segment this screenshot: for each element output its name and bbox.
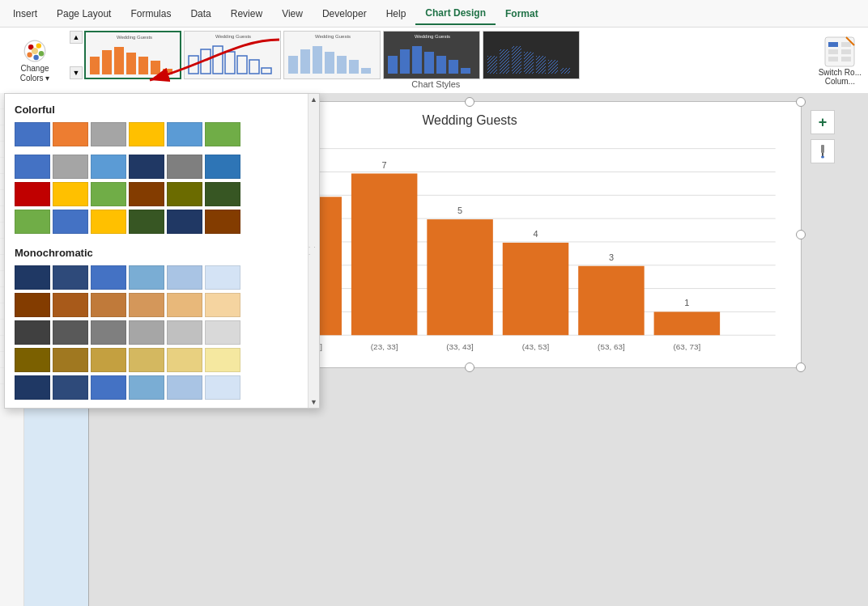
- svg-text:(43, 53]: (43, 53]: [522, 342, 550, 351]
- change-colors-button[interactable]: ChangeColors ▾: [6, 32, 63, 89]
- tab-review[interactable]: Review: [221, 3, 272, 24]
- color-swatch[interactable]: [15, 320, 50, 345]
- tab-insert[interactable]: Insert: [3, 3, 47, 24]
- colorful-row-2: [5, 153, 319, 180]
- color-swatch[interactable]: [205, 122, 240, 146]
- selection-handle-br[interactable]: [796, 362, 806, 372]
- color-swatch[interactable]: [205, 375, 240, 400]
- scroll-up-arrow[interactable]: ▲: [310, 95, 317, 104]
- color-swatch[interactable]: [205, 155, 240, 179]
- tab-developer[interactable]: Developer: [313, 3, 377, 24]
- color-swatch[interactable]: [129, 348, 164, 372]
- color-swatch[interactable]: [205, 182, 240, 206]
- color-swatch[interactable]: [91, 320, 126, 345]
- svg-rect-31: [361, 68, 371, 74]
- color-swatch[interactable]: [53, 265, 88, 290]
- color-swatch[interactable]: [15, 210, 50, 234]
- svg-rect-53: [841, 42, 851, 47]
- color-swatch[interactable]: [53, 348, 88, 372]
- tab-format[interactable]: Format: [496, 3, 548, 24]
- color-swatch[interactable]: [53, 210, 88, 234]
- color-swatch[interactable]: [205, 320, 240, 345]
- color-swatch[interactable]: [129, 182, 164, 206]
- color-swatch[interactable]: [129, 210, 164, 234]
- selection-handle-tr[interactable]: [796, 97, 806, 107]
- color-swatch[interactable]: [15, 155, 50, 179]
- color-swatch[interactable]: [167, 155, 202, 179]
- color-swatch[interactable]: [91, 265, 126, 290]
- color-swatch[interactable]: [91, 210, 126, 234]
- svg-text:(63, 73]: (63, 73]: [674, 342, 701, 351]
- color-swatch[interactable]: [129, 265, 164, 290]
- color-swatch[interactable]: [205, 265, 240, 290]
- svg-rect-35: [400, 49, 410, 74]
- chart-styles-scroll-down[interactable]: ▼: [70, 66, 83, 79]
- svg-rect-46: [536, 56, 546, 74]
- tab-formulas[interactable]: Formulas: [121, 3, 181, 24]
- chart-style-thumb-2[interactable]: Wedding Guests: [184, 31, 281, 79]
- color-swatch[interactable]: [91, 182, 126, 206]
- color-swatch[interactable]: [205, 348, 240, 372]
- color-swatch[interactable]: [53, 122, 88, 146]
- selection-handle-bc[interactable]: [465, 362, 474, 372]
- color-swatch[interactable]: [91, 375, 126, 400]
- svg-rect-25: [288, 56, 298, 74]
- svg-text:Wedding Guests: Wedding Guests: [117, 35, 152, 40]
- color-swatch[interactable]: [167, 320, 202, 345]
- color-swatch[interactable]: [91, 122, 126, 146]
- color-swatch[interactable]: [15, 293, 50, 317]
- color-swatch[interactable]: [53, 182, 88, 206]
- chart-style-button[interactable]: [811, 139, 835, 163]
- dropdown-scrollbar[interactable]: ▲ · · · ▼: [308, 94, 319, 408]
- color-swatch[interactable]: [167, 182, 202, 206]
- color-swatch[interactable]: [53, 293, 88, 317]
- color-swatch[interactable]: [205, 293, 240, 317]
- color-swatch[interactable]: [53, 155, 88, 179]
- color-swatch[interactable]: [167, 293, 202, 317]
- color-swatch[interactable]: [129, 122, 164, 146]
- color-swatch[interactable]: [167, 210, 202, 234]
- chart-style-thumb-5[interactable]: [483, 31, 580, 79]
- color-swatch[interactable]: [53, 375, 88, 400]
- scroll-down-arrow[interactable]: ▼: [310, 398, 317, 406]
- tab-data[interactable]: Data: [181, 3, 220, 24]
- color-swatch[interactable]: [15, 348, 50, 372]
- chart-style-thumb-3[interactable]: Wedding Guests: [283, 31, 381, 79]
- color-swatch[interactable]: [167, 265, 202, 290]
- color-swatch[interactable]: [91, 155, 126, 179]
- svg-rect-14: [151, 61, 160, 74]
- color-swatch[interactable]: [91, 348, 126, 372]
- add-chart-element-button[interactable]: +: [811, 110, 835, 134]
- svg-rect-47: [548, 60, 558, 74]
- tab-help[interactable]: Help: [377, 3, 416, 24]
- tab-page-layout[interactable]: Page Layout: [47, 3, 121, 24]
- color-swatch[interactable]: [129, 320, 164, 345]
- svg-text:4: 4: [533, 229, 538, 239]
- color-swatch[interactable]: [129, 375, 164, 400]
- svg-rect-10: [102, 50, 112, 74]
- svg-rect-55: [841, 57, 851, 61]
- tab-chart-design[interactable]: Chart Design: [415, 2, 496, 25]
- selection-handle-mr[interactable]: [796, 230, 806, 239]
- tab-view[interactable]: View: [272, 3, 313, 24]
- colorful-section-title: Colorful: [5, 100, 319, 121]
- color-swatch[interactable]: [53, 320, 88, 345]
- color-swatch[interactable]: [15, 375, 50, 400]
- color-swatch[interactable]: [129, 155, 164, 179]
- chart-style-thumb-1[interactable]: Wedding Guests: [84, 31, 181, 79]
- color-swatch[interactable]: [167, 348, 202, 372]
- selection-handle-tc[interactable]: [465, 97, 474, 107]
- svg-point-6: [32, 48, 38, 54]
- bar-6: [578, 266, 645, 335]
- chart-styles-scroll-up[interactable]: ▲: [70, 31, 83, 44]
- color-swatch[interactable]: [167, 122, 202, 146]
- color-swatch[interactable]: [15, 265, 50, 290]
- color-swatch[interactable]: [167, 375, 202, 400]
- color-swatch[interactable]: [205, 210, 240, 234]
- color-swatch[interactable]: [91, 293, 126, 317]
- chart-style-thumb-4[interactable]: Wedding Guests: [383, 31, 480, 79]
- mono-row-3: [5, 319, 319, 346]
- color-swatch[interactable]: [15, 182, 50, 206]
- color-swatch[interactable]: [15, 122, 50, 146]
- color-swatch[interactable]: [129, 293, 164, 317]
